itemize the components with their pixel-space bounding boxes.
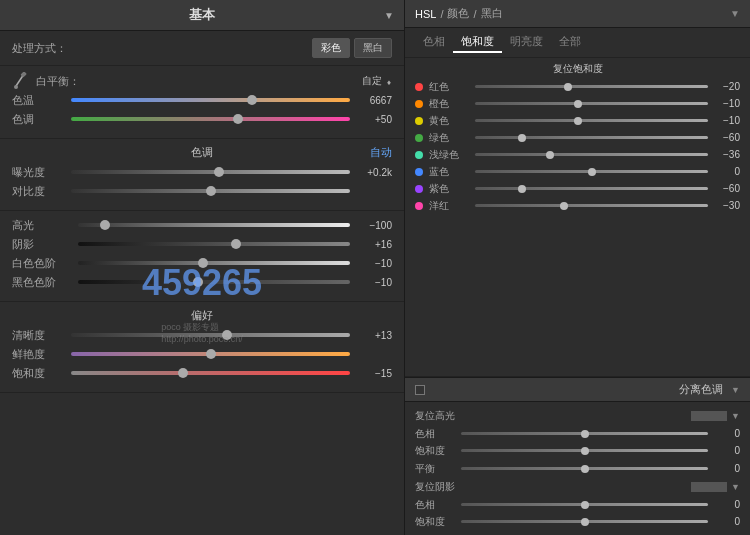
slider-thumb[interactable] [233, 114, 243, 124]
balance-track[interactable] [461, 467, 708, 470]
slider-row: 色温 6667 [12, 92, 392, 108]
shadows-arrow[interactable]: ▼ [731, 482, 740, 492]
hsl-thumb[interactable] [518, 185, 526, 193]
hsl-track[interactable] [475, 187, 708, 190]
wb-arrow[interactable]: ⬧ [386, 76, 392, 87]
slider-thumb[interactable] [231, 239, 241, 249]
split-tone-title: 分离色调 [431, 382, 731, 397]
hsl-track[interactable] [475, 170, 708, 173]
left-panel: 基本 ▼ 459265 poco 摄影专题 http://photo.poco.… [0, 0, 405, 535]
split-track[interactable] [461, 449, 708, 452]
hsl-thumb[interactable] [574, 117, 582, 125]
slider-thumb[interactable] [100, 220, 110, 230]
left-panel-arrow[interactable]: ▼ [384, 10, 394, 21]
shadow-sliders-group: 色相 0 饱和度 0 [415, 497, 740, 529]
shadows-reset-label: 复位阴影 [415, 480, 455, 494]
hsl-value: −36 [712, 149, 740, 160]
hsl-track[interactable] [475, 102, 708, 105]
slider-track[interactable] [71, 117, 350, 121]
slider-track[interactable] [71, 170, 350, 174]
hsl-value: −10 [712, 98, 740, 109]
hsl-section-title: 复位饱和度 [415, 62, 740, 76]
split-value: 0 [712, 445, 740, 456]
color-dot [415, 168, 423, 176]
slider-row: 高光 −100 [12, 217, 392, 233]
hsl-track[interactable] [475, 119, 708, 122]
tone-section-header: 色调 自动 [12, 145, 392, 160]
slider-thumb[interactable] [198, 258, 208, 268]
hsl-thumb[interactable] [546, 151, 554, 159]
slider-label: 对比度 [12, 184, 67, 199]
right-panel: HSL / 颜色 / 黑白 ▼ 色相饱和度明亮度全部 复位饱和度 红色 −20 … [405, 0, 750, 535]
slider-track[interactable] [78, 242, 350, 246]
slider-track[interactable] [71, 333, 350, 337]
hsl-slider-row: 紫色 −60 [415, 181, 740, 196]
highlights-reset-label: 复位高光 [415, 409, 455, 423]
hsl-thumb[interactable] [564, 83, 572, 91]
hsl-label[interactable]: HSL [415, 8, 436, 20]
split-thumb[interactable] [581, 518, 589, 526]
split-slider-label: 饱和度 [415, 515, 457, 529]
slider-thumb[interactable] [178, 368, 188, 378]
slider-track[interactable] [71, 352, 350, 356]
shadows-reset-btn[interactable] [691, 482, 727, 492]
slider-thumb[interactable] [193, 277, 203, 287]
hsl-value: −60 [712, 183, 740, 194]
hsl-slider-row: 红色 −20 [415, 79, 740, 94]
color-label[interactable]: 颜色 [447, 6, 469, 21]
highlights-reset-btn[interactable] [691, 411, 727, 421]
split-slider-label: 色相 [415, 498, 457, 512]
auto-button[interactable]: 自动 [370, 145, 392, 160]
split-thumb[interactable] [581, 447, 589, 455]
hsl-track[interactable] [475, 153, 708, 156]
split-track[interactable] [461, 432, 708, 435]
slider-thumb[interactable] [247, 95, 257, 105]
tab-item[interactable]: 明亮度 [502, 32, 551, 53]
tab-items-group: 色相饱和度明亮度全部 [415, 32, 589, 53]
preference-section: 偏好 清晰度 +13 鲜艳度 饱和度 −15 [0, 302, 404, 393]
right-header-arrow[interactable]: ▼ [730, 8, 740, 19]
hsl-slider-row: 蓝色 0 [415, 164, 740, 179]
slider-track[interactable] [78, 261, 350, 265]
slider-row: 鲜艳度 [12, 346, 392, 362]
slider-track[interactable] [71, 189, 350, 193]
split-value: 0 [712, 499, 740, 510]
tab-item[interactable]: 饱和度 [453, 32, 502, 53]
hsl-thumb[interactable] [518, 134, 526, 142]
color-mode-button[interactable]: 彩色 [312, 38, 350, 58]
split-thumb[interactable] [581, 501, 589, 509]
slider-track[interactable] [78, 280, 350, 284]
split-tone-toggle[interactable] [415, 385, 425, 395]
eyedropper-icon[interactable] [12, 72, 30, 90]
slider-track[interactable] [78, 223, 350, 227]
pref-sliders-group: 清晰度 +13 鲜艳度 饱和度 −15 [12, 327, 392, 381]
hsl-thumb[interactable] [574, 100, 582, 108]
tab-item[interactable]: 色相 [415, 32, 453, 53]
slider-track[interactable] [71, 371, 350, 375]
slider-thumb[interactable] [214, 167, 224, 177]
hsl-track[interactable] [475, 136, 708, 139]
split-track[interactable] [461, 520, 708, 523]
hsl-thumb[interactable] [588, 168, 596, 176]
slider-value: −10 [354, 277, 392, 288]
bw-label[interactable]: 黑白 [481, 6, 503, 21]
balance-thumb[interactable] [581, 465, 589, 473]
slider-thumb[interactable] [222, 330, 232, 340]
split-track[interactable] [461, 503, 708, 506]
hsl-track[interactable] [475, 204, 708, 207]
bw-mode-button[interactable]: 黑白 [354, 38, 392, 58]
slider-row: 黑色色阶 −10 [12, 274, 392, 290]
slider-label: 鲜艳度 [12, 347, 67, 362]
highlights-arrow[interactable]: ▼ [731, 411, 740, 421]
hsl-thumb[interactable] [560, 202, 568, 210]
split-tone-arrow[interactable]: ▼ [731, 385, 740, 395]
slider-row: 色调 +50 [12, 111, 392, 127]
slider-thumb[interactable] [206, 349, 216, 359]
slider-track[interactable] [71, 98, 350, 102]
color-dot [415, 117, 423, 125]
split-thumb[interactable] [581, 430, 589, 438]
hsl-header: HSL / 颜色 / 黑白 ▼ [405, 0, 750, 28]
hsl-track[interactable] [475, 85, 708, 88]
slider-thumb[interactable] [206, 186, 216, 196]
tab-item[interactable]: 全部 [551, 32, 589, 53]
